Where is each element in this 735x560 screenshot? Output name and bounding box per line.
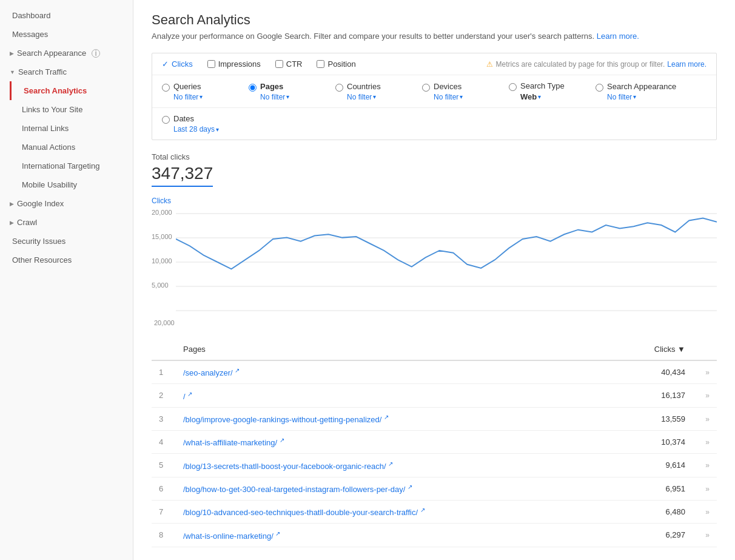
sidebar-item-search-traffic[interactable]: ▼ Search Traffic <box>0 62 133 81</box>
chart-svg <box>176 207 717 317</box>
pages-radio[interactable] <box>249 84 257 92</box>
queries-filter[interactable]: No filter ▾ <box>173 93 234 101</box>
chevron-down-icon: ▾ <box>633 93 636 100</box>
chart-section: Total clicks 347,327 Clicks 20,00015,000… <box>152 152 717 326</box>
sidebar-item-mobile-usability[interactable]: Mobile Usability <box>10 175 133 194</box>
sidebar-item-search-analytics[interactable]: Search Analytics <box>10 81 133 100</box>
sidebar-item-messages[interactable]: Messages <box>0 25 133 44</box>
dimension-search-type[interactable]: Search Type Web ▾ <box>509 81 581 101</box>
chart-title: Clicks <box>152 197 717 205</box>
chevron-down-icon: ▾ <box>286 93 289 100</box>
position-checkbox[interactable] <box>317 60 324 68</box>
row-num: 2 <box>152 384 176 407</box>
sidebar-item-internal-links[interactable]: Internal Links <box>10 119 133 138</box>
warning-icon: ⚠ <box>486 60 493 69</box>
sidebar-item-security-issues[interactable]: Security Issues <box>0 232 133 251</box>
sidebar-item-label: Search Appearance <box>17 49 86 58</box>
y-label: 5,000 <box>152 282 169 289</box>
table-row: 2 / ↗ 16,137 » <box>152 384 717 407</box>
row-page[interactable]: / ↗ <box>176 384 614 407</box>
sidebar-item-label: Google Index <box>17 199 64 208</box>
row-page[interactable]: /what-is-affiliate-marketing/ ↗ <box>176 430 614 453</box>
row-arrow[interactable]: » <box>693 454 717 477</box>
row-arrow[interactable]: » <box>693 360 717 384</box>
table-row: 6 /blog/how-to-get-300-real-targeted-ins… <box>152 477 717 500</box>
col-clicks-header[interactable]: Clicks ▼ <box>614 339 693 360</box>
dates-filter[interactable]: Last 28 days ▾ <box>173 125 234 133</box>
checkmark-icon: ✓ <box>162 59 169 69</box>
col-arrow <box>693 339 717 360</box>
row-page[interactable]: /blog/13-secrets-thatll-boost-your-faceb… <box>176 454 614 477</box>
row-clicks: 6,951 <box>614 477 693 500</box>
sidebar-item-other-resources[interactable]: Other Resources <box>0 251 133 269</box>
row-arrow[interactable]: » <box>693 407 717 430</box>
sidebar-item-label: Messages <box>12 30 48 39</box>
pages-filter[interactable]: No filter ▾ <box>260 93 321 101</box>
page-title: Search Analytics <box>152 12 717 28</box>
sidebar-item-links-to-your-site[interactable]: Links to Your Site <box>10 100 133 119</box>
search-appearance-radio[interactable] <box>596 84 603 92</box>
sidebar-item-label: Security Issues <box>12 237 65 246</box>
sidebar-item-label: Crawl <box>17 218 37 227</box>
metric-clicks[interactable]: ✓ Clicks <box>162 59 193 69</box>
data-table: Pages Clicks ▼ 1 /seo-analyzer/ ↗ 40,434… <box>152 339 717 547</box>
chevron-down-icon: ▾ <box>216 126 219 133</box>
dimension-pages[interactable]: Pages No filter ▾ <box>249 82 321 101</box>
info-icon: i <box>92 49 100 58</box>
table-row: 7 /blog/10-advanced-seo-techniques-thatl… <box>152 500 717 523</box>
row-clicks: 10,374 <box>614 430 693 453</box>
sidebar-item-search-appearance[interactable]: ▶ Search Appearance i <box>0 44 133 62</box>
row-arrow[interactable]: » <box>693 384 717 407</box>
col-pages: Pages <box>176 339 614 360</box>
table-row: 1 /seo-analyzer/ ↗ 40,434 » <box>152 360 717 384</box>
dimension-devices[interactable]: Devices No filter ▾ <box>422 82 494 101</box>
row-clicks: 16,137 <box>614 384 693 407</box>
row-page[interactable]: /blog/improve-google-rankings-without-ge… <box>176 407 614 430</box>
ctr-checkbox[interactable] <box>275 60 283 68</box>
row-page[interactable]: /blog/10-advanced-seo-techniques-thatll-… <box>176 500 614 523</box>
search-appearance-filter[interactable]: No filter ▾ <box>607 93 676 101</box>
sidebar-item-google-index[interactable]: ▶ Google Index <box>0 194 133 213</box>
dimension-search-appearance[interactable]: Search Appearance No filter ▾ <box>596 82 676 101</box>
metric-ctr[interactable]: CTR <box>275 59 303 69</box>
row-arrow[interactable]: » <box>693 500 717 523</box>
dimension-queries[interactable]: Queries No filter ▾ <box>162 82 234 101</box>
row-arrow[interactable]: » <box>693 524 717 547</box>
queries-radio[interactable] <box>162 84 170 92</box>
metric-position[interactable]: Position <box>317 59 355 69</box>
row-arrow[interactable]: » <box>693 477 717 500</box>
row-page[interactable]: /blog/how-to-get-300-real-targeted-insta… <box>176 477 614 500</box>
devices-radio[interactable] <box>422 84 430 92</box>
metric-impressions[interactable]: Impressions <box>207 59 261 69</box>
row-num: 8 <box>152 524 176 547</box>
sidebar-item-international-targeting[interactable]: International Targeting <box>10 157 133 175</box>
dimensions-row: Queries No filter ▾ Pages No filter ▾ <box>152 75 716 108</box>
row-page[interactable]: /seo-analyzer/ ↗ <box>176 360 614 384</box>
search-type-filter[interactable]: Web ▾ <box>520 92 581 101</box>
row-page[interactable]: /what-is-online-marketing/ ↗ <box>176 524 614 547</box>
sidebar-item-label: Internal Links <box>22 124 69 133</box>
row-num: 3 <box>152 407 176 430</box>
impressions-checkbox[interactable] <box>207 60 215 68</box>
search-type-radio[interactable] <box>509 83 517 91</box>
row-clicks: 6,297 <box>614 524 693 547</box>
dimension-countries[interactable]: Countries No filter ▾ <box>335 82 408 101</box>
devices-filter[interactable]: No filter ▾ <box>434 93 494 101</box>
metrics-learn-more-link[interactable]: Learn more. <box>667 60 706 69</box>
dates-radio[interactable] <box>162 116 170 124</box>
sidebar-item-dashboard[interactable]: Dashboard <box>0 6 133 25</box>
table-body: 1 /seo-analyzer/ ↗ 40,434 » 2 / ↗ 16,137… <box>152 360 717 547</box>
dimension-dates[interactable]: Dates Last 28 days ▾ <box>162 114 234 133</box>
countries-filter[interactable]: No filter ▾ <box>347 93 408 101</box>
table-row: 3 /blog/improve-google-rankings-without-… <box>152 407 717 430</box>
row-arrow[interactable]: » <box>693 430 717 453</box>
y-label: 15,000 <box>152 233 172 240</box>
row-num: 4 <box>152 430 176 453</box>
collapsed-icon: ▶ <box>10 201 14 207</box>
sidebar-item-label: Search Traffic <box>18 67 67 76</box>
countries-radio[interactable] <box>335 84 343 92</box>
sidebar-item-manual-actions[interactable]: Manual Actions <box>10 138 133 157</box>
metrics-row: ✓ Clicks Impressions CTR Position ⚠ Metr… <box>152 53 716 75</box>
learn-more-link[interactable]: Learn more. <box>597 32 639 41</box>
sidebar-item-crawl[interactable]: ▶ Crawl <box>0 213 133 232</box>
